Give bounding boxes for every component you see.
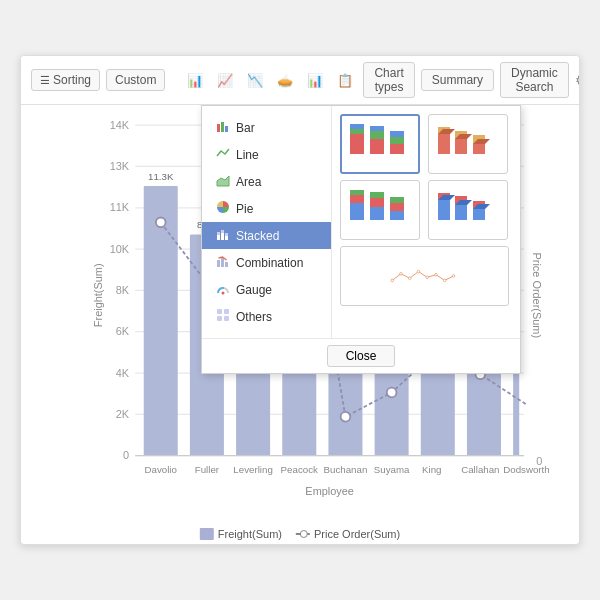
svg-point-97 bbox=[434, 273, 437, 276]
svg-rect-61 bbox=[370, 126, 384, 131]
svg-text:Freight(Sum): Freight(Sum) bbox=[92, 263, 104, 327]
dropdown-close-section: Close bbox=[202, 338, 520, 373]
filter-icon: ☰ bbox=[40, 74, 50, 87]
chart-type-area[interactable]: Area bbox=[202, 168, 331, 195]
bar-label: Bar bbox=[236, 121, 255, 135]
svg-rect-48 bbox=[217, 260, 220, 267]
dynamic-search-label: Dynamic Search bbox=[511, 66, 558, 94]
svg-rect-80 bbox=[390, 211, 404, 220]
svg-text:Leverling: Leverling bbox=[233, 464, 272, 475]
summary-tab[interactable]: Summary bbox=[421, 69, 494, 91]
svg-text:8K: 8K bbox=[116, 284, 130, 296]
svg-rect-52 bbox=[217, 309, 222, 314]
thumb-stacked-color[interactable] bbox=[340, 114, 420, 174]
thumb-stacked-3d2[interactable] bbox=[428, 180, 508, 240]
pie-chart-icon[interactable]: 🥧 bbox=[273, 71, 297, 90]
svg-rect-58 bbox=[350, 124, 364, 129]
svg-rect-64 bbox=[390, 131, 404, 137]
others-icon bbox=[216, 308, 230, 325]
svg-rect-55 bbox=[224, 316, 229, 321]
svg-rect-47 bbox=[225, 233, 228, 236]
svg-rect-45 bbox=[221, 230, 224, 233]
gauge-label: Gauge bbox=[236, 283, 272, 297]
area-label: Area bbox=[236, 175, 261, 189]
svg-rect-78 bbox=[370, 198, 384, 207]
stacked-chart-icon[interactable]: 📊 bbox=[303, 71, 327, 90]
svg-rect-50 bbox=[225, 262, 228, 267]
svg-point-96 bbox=[425, 276, 428, 279]
area-chart-icon[interactable]: 📉 bbox=[243, 71, 267, 90]
svg-text:Employee: Employee bbox=[305, 485, 354, 497]
svg-rect-89 bbox=[473, 209, 485, 220]
custom-button[interactable]: Custom bbox=[106, 69, 165, 91]
svg-text:Suyama: Suyama bbox=[374, 464, 410, 475]
svg-rect-42 bbox=[217, 235, 220, 240]
thumb-stacked-color2[interactable] bbox=[340, 180, 420, 240]
svg-point-98 bbox=[443, 279, 446, 282]
svg-text:Price Order(Sum): Price Order(Sum) bbox=[531, 252, 543, 338]
close-label: Close bbox=[346, 349, 377, 363]
chart-type-stacked[interactable]: Stacked bbox=[202, 222, 331, 249]
toolbar: ☰ Sorting Custom 📊 📈 📉 🥧 📊 📋 Chart types… bbox=[21, 56, 579, 105]
svg-rect-68 bbox=[455, 139, 467, 154]
svg-point-93 bbox=[399, 273, 402, 276]
svg-marker-40 bbox=[217, 176, 229, 186]
svg-rect-53 bbox=[224, 309, 229, 314]
chart-type-bar[interactable]: Bar bbox=[202, 114, 331, 141]
thumb-line[interactable] bbox=[340, 246, 509, 306]
chart-area: 14K 13K 11K 10K 8K 6K 4K 2K 0 Freight(Su… bbox=[21, 105, 579, 544]
svg-text:10K: 10K bbox=[110, 243, 130, 255]
chart-types-tab[interactable]: Chart types bbox=[363, 62, 414, 98]
line-chart-icon[interactable]: 📈 bbox=[213, 71, 237, 90]
bar-icon bbox=[216, 119, 230, 136]
svg-text:Buchanan: Buchanan bbox=[324, 464, 368, 475]
bar-dodsworth bbox=[513, 367, 519, 456]
sorting-button[interactable]: ☰ Sorting bbox=[31, 69, 100, 91]
main-window: ☰ Sorting Custom 📊 📈 📉 🥧 📊 📋 Chart types… bbox=[20, 55, 580, 545]
svg-rect-37 bbox=[217, 124, 220, 132]
stacked-icon bbox=[216, 227, 230, 244]
svg-rect-38 bbox=[221, 122, 224, 132]
svg-rect-74 bbox=[350, 203, 364, 220]
svg-point-51 bbox=[222, 292, 225, 295]
dynamic-search-tab[interactable]: Dynamic Search bbox=[500, 62, 569, 98]
custom-label: Custom bbox=[115, 73, 156, 87]
toolbar-right: Chart types Summary Dynamic Search ⚙ Exp… bbox=[363, 62, 580, 98]
svg-text:11.3K: 11.3K bbox=[148, 171, 174, 182]
svg-point-95 bbox=[417, 270, 420, 273]
pie-label: Pie bbox=[236, 202, 253, 216]
chart-types-label: Chart types bbox=[374, 66, 403, 94]
chart-thumbnails bbox=[332, 106, 517, 314]
svg-rect-49 bbox=[221, 258, 224, 267]
svg-rect-82 bbox=[390, 197, 404, 203]
svg-text:6K: 6K bbox=[116, 325, 130, 337]
svg-rect-56 bbox=[350, 134, 364, 154]
combo-chart-icon[interactable]: 📋 bbox=[333, 71, 357, 90]
svg-text:11K: 11K bbox=[110, 201, 130, 213]
close-button[interactable]: Close bbox=[327, 345, 396, 367]
area-icon bbox=[216, 173, 230, 190]
legend-bar-icon bbox=[200, 528, 214, 540]
chart-type-pie[interactable]: Pie bbox=[202, 195, 331, 222]
svg-rect-83 bbox=[438, 200, 450, 220]
svg-rect-65 bbox=[438, 134, 450, 154]
svg-rect-60 bbox=[370, 131, 384, 139]
chart-type-list: Bar Line Area bbox=[202, 106, 332, 338]
chart-legend: Freight(Sum) Price Order(Sum) bbox=[200, 528, 400, 540]
thumb-stacked-3d[interactable] bbox=[428, 114, 508, 174]
svg-rect-39 bbox=[225, 126, 228, 132]
svg-rect-43 bbox=[217, 232, 220, 235]
others-label: Others bbox=[236, 310, 272, 324]
sorting-label: Sorting bbox=[53, 73, 91, 87]
chart-type-line[interactable]: Line bbox=[202, 141, 331, 168]
bar-chart-icon[interactable]: 📊 bbox=[183, 71, 207, 90]
chart-type-gauge[interactable]: Gauge bbox=[202, 276, 331, 303]
chart-type-combination[interactable]: Combination bbox=[202, 249, 331, 276]
svg-rect-77 bbox=[370, 207, 384, 220]
summary-label: Summary bbox=[432, 73, 483, 87]
legend-line-icon bbox=[296, 533, 310, 535]
chart-type-others[interactable]: Others bbox=[202, 303, 331, 330]
settings-icon[interactable]: ⚙ bbox=[575, 72, 580, 88]
dot5 bbox=[341, 412, 351, 422]
svg-text:14K: 14K bbox=[110, 119, 130, 131]
